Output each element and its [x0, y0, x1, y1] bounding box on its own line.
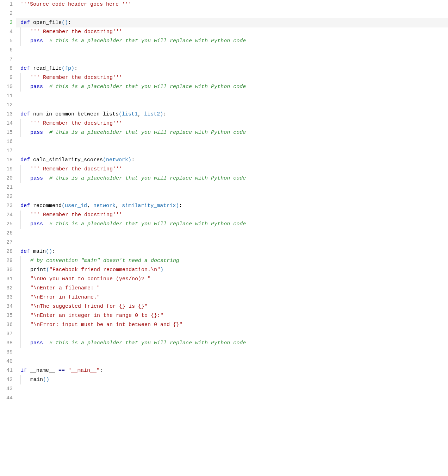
code-token — [30, 20, 33, 26]
code-token: def — [20, 157, 30, 163]
code-line[interactable]: '''Source code header goes here ''' — [16, 0, 448, 9]
code-line[interactable] — [16, 92, 448, 101]
code-line[interactable] — [16, 348, 448, 357]
code-token: # this is a placeholder that you will re… — [49, 130, 246, 136]
code-line[interactable]: pass # this is a placeholder that you wi… — [16, 82, 448, 92]
code-line[interactable]: "\nEnter a filename: " — [16, 284, 448, 293]
code-line[interactable]: def calc_similarity_scores(network): — [16, 156, 448, 165]
line-number: 6 — [2, 46, 13, 55]
code-token — [43, 38, 49, 44]
line-number: 1 — [2, 0, 13, 9]
code-token: ) — [176, 203, 179, 209]
code-line[interactable]: def read_file(fp): — [16, 64, 448, 73]
code-line[interactable] — [16, 55, 448, 64]
code-line[interactable] — [16, 384, 448, 394]
code-line[interactable]: if __name__ == "__main__": — [16, 366, 448, 375]
code-line[interactable]: ''' Remember the docstring''' — [16, 119, 448, 128]
code-line[interactable] — [16, 137, 448, 146]
code-line[interactable]: ''' Remember the docstring''' — [16, 211, 448, 220]
code-token: : — [68, 20, 71, 26]
code-line[interactable] — [16, 46, 448, 55]
code-token: # this is a placeholder that you will re… — [49, 38, 246, 44]
code-token: pass — [30, 175, 43, 181]
code-line[interactable]: def open_file(): — [16, 18, 448, 27]
code-line[interactable]: # by convention "main" doesn't need a do… — [16, 256, 448, 265]
code-line[interactable] — [16, 330, 448, 339]
code-token: ( — [62, 65, 65, 71]
code-token: "__main__" — [68, 368, 100, 374]
code-line[interactable]: main() — [16, 375, 448, 384]
code-token: pass — [30, 130, 43, 136]
code-line[interactable] — [16, 394, 448, 403]
code-token: open_file — [33, 20, 62, 26]
code-line[interactable]: print("Facebook friend recommendation.\n… — [16, 265, 448, 275]
line-number: 16 — [2, 137, 13, 146]
code-token: () — [46, 249, 52, 255]
code-line[interactable]: def recommend(user_id, network, similari… — [16, 201, 448, 211]
code-token: # this is a placeholder that you will re… — [49, 340, 246, 346]
code-token: pass — [30, 221, 43, 227]
code-line[interactable] — [16, 192, 448, 201]
code-token: network — [93, 203, 116, 209]
code-line[interactable]: "\nError in filename." — [16, 293, 448, 302]
code-token: main — [33, 249, 46, 255]
line-number: 40 — [2, 357, 13, 366]
code-token: pass — [30, 340, 43, 346]
code-line[interactable]: "\nThe suggested friend for {} is {}" — [16, 302, 448, 311]
code-line[interactable]: "\nError: input must be an int between 0… — [16, 320, 448, 330]
code-token: "\nEnter an integer in the range 0 to {}… — [30, 313, 163, 319]
line-number: 43 — [2, 384, 13, 394]
line-number: 7 — [2, 55, 13, 64]
code-line[interactable]: "\nEnter an integer in the range 0 to {}… — [16, 311, 448, 320]
line-number: 19 — [2, 165, 13, 174]
code-line[interactable] — [16, 229, 448, 238]
code-line[interactable]: pass # this is a placeholder that you wi… — [16, 220, 448, 229]
code-token — [43, 84, 49, 90]
code-line[interactable] — [16, 9, 448, 18]
code-line[interactable]: pass # this is a placeholder that you wi… — [16, 128, 448, 137]
code-token: ''' Remember the docstring''' — [30, 75, 122, 81]
line-number: 33 — [2, 293, 13, 302]
code-token: , — [138, 111, 144, 117]
code-line[interactable] — [16, 183, 448, 192]
line-number: 22 — [2, 192, 13, 201]
code-line[interactable]: ''' Remember the docstring''' — [16, 27, 448, 37]
code-token: def — [20, 249, 30, 255]
code-line[interactable]: pass # this is a placeholder that you wi… — [16, 174, 448, 183]
line-number: 24 — [2, 211, 13, 220]
line-number: 27 — [2, 238, 13, 247]
code-token: # this is a placeholder that you will re… — [49, 84, 246, 90]
code-token — [30, 65, 33, 71]
code-token — [43, 130, 49, 136]
code-token: similarity_matrix — [122, 203, 176, 209]
code-line[interactable]: pass # this is a placeholder that you wi… — [16, 339, 448, 348]
code-token: "\nDo you want to continue (yes/no)? " — [30, 276, 151, 282]
code-token: def — [20, 65, 30, 71]
code-editor[interactable]: 1234567891011121314151617181920212223242… — [0, 0, 448, 403]
code-token: def — [20, 111, 30, 117]
line-number: 41 — [2, 366, 13, 375]
line-number: 20 — [2, 174, 13, 183]
code-line[interactable]: def num_in_common_between_lists(list1, l… — [16, 110, 448, 119]
code-token: "\nError: input must be an int between 0… — [30, 322, 182, 328]
code-line[interactable] — [16, 238, 448, 247]
code-line[interactable] — [16, 146, 448, 156]
code-area[interactable]: '''Source code header goes here '''def o… — [16, 0, 448, 403]
code-token: '''Source code header goes here ''' — [20, 1, 131, 7]
code-line[interactable] — [16, 101, 448, 110]
code-line[interactable]: pass # this is a placeholder that you wi… — [16, 37, 448, 46]
code-token: # this is a placeholder that you will re… — [49, 221, 246, 227]
code-token: pass — [30, 84, 43, 90]
code-token: ''' Remember the docstring''' — [30, 120, 122, 126]
code-line[interactable]: ''' Remember the docstring''' — [16, 165, 448, 174]
code-line[interactable] — [16, 357, 448, 366]
code-line[interactable]: ''' Remember the docstring''' — [16, 73, 448, 82]
code-line[interactable]: def main(): — [16, 247, 448, 256]
line-number: 30 — [2, 265, 13, 275]
line-number: 12 — [2, 101, 13, 110]
code-token: if — [20, 368, 27, 374]
code-token: num_in_common_between_lists — [33, 111, 119, 117]
code-token: : — [131, 157, 135, 163]
code-line[interactable]: "\nDo you want to continue (yes/no)? " — [16, 275, 448, 284]
code-token: def — [20, 20, 30, 26]
